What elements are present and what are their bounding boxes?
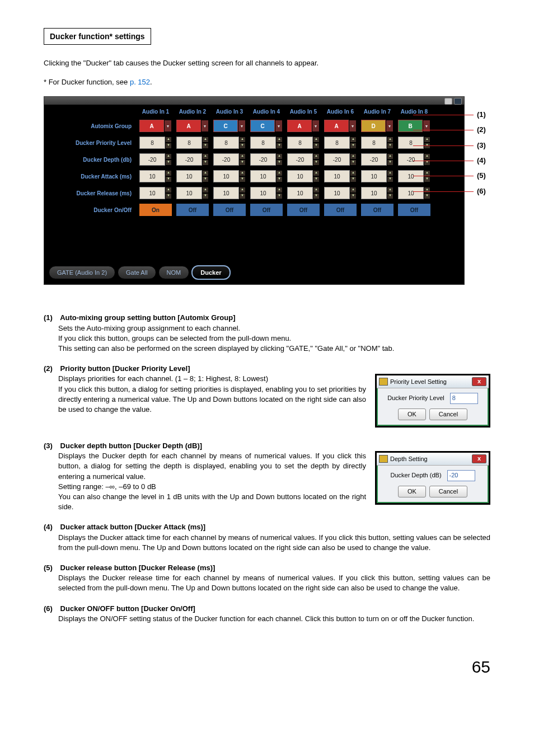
depth-button[interactable]: -20▲▼ (397, 152, 432, 167)
attack-button[interactable]: 10▲▼ (175, 169, 210, 184)
attack-value[interactable]: 10 (324, 170, 350, 182)
attack-value[interactable]: 10 (361, 170, 387, 182)
priority-value[interactable]: 8 (324, 137, 350, 149)
spinner-up-icon[interactable]: ▲ (387, 170, 394, 176)
spinner-up-icon[interactable]: ▲ (276, 187, 283, 193)
automix-group-dropdown[interactable]: B▼ (397, 119, 432, 133)
spinner-up-icon[interactable]: ▲ (313, 153, 320, 159)
priority-button[interactable]: 8▲▼ (360, 135, 395, 150)
spinner-down-icon[interactable]: ▼ (165, 176, 172, 182)
spinner-up-icon[interactable]: ▲ (239, 170, 246, 176)
depth-value[interactable]: -20 (398, 153, 424, 166)
spinner-up-icon[interactable]: ▲ (350, 187, 357, 193)
spinner-up-icon[interactable]: ▲ (202, 153, 209, 159)
attack-button[interactable]: 10▲▼ (286, 169, 321, 184)
spinner-down-icon[interactable]: ▼ (313, 159, 320, 166)
attack-button[interactable]: 10▲▼ (397, 169, 432, 184)
automix-group-value[interactable]: A (287, 120, 312, 132)
priority-button[interactable]: 8▲▼ (397, 135, 432, 150)
ok-button[interactable]: OK (398, 408, 426, 420)
release-button[interactable]: 10▲▼ (323, 186, 358, 200)
spinner-up-icon[interactable]: ▲ (387, 153, 394, 159)
spinner-down-icon[interactable]: ▼ (424, 193, 430, 199)
depth-value[interactable]: -20 (176, 153, 202, 166)
spinner-down-icon[interactable]: ▼ (202, 143, 209, 149)
ducker-onoff-button[interactable]: Off (360, 203, 395, 217)
release-button[interactable]: 10▲▼ (249, 186, 284, 200)
attack-value[interactable]: 10 (176, 170, 202, 182)
depth-button[interactable]: -20▲▼ (138, 152, 173, 167)
spinner-down-icon[interactable]: ▼ (424, 159, 430, 166)
release-value[interactable]: 10 (398, 187, 424, 199)
automix-group-dropdown[interactable]: C▼ (249, 119, 284, 133)
priority-button[interactable]: 8▲▼ (175, 135, 210, 150)
chevron-down-icon[interactable]: ▼ (423, 120, 430, 132)
automix-group-dropdown[interactable]: A▼ (286, 119, 321, 133)
automix-group-value[interactable]: A (139, 120, 164, 132)
attack-value[interactable]: 10 (250, 170, 276, 182)
tab-gate-audio-in-2-[interactable]: GATE (Audio In 2) (49, 266, 115, 279)
attack-button[interactable]: 10▲▼ (249, 169, 284, 184)
close-icon[interactable]: x (472, 454, 486, 463)
depth-value[interactable]: -20 (361, 153, 387, 166)
spinner-up-icon[interactable]: ▲ (424, 170, 430, 176)
priority-value[interactable]: 8 (398, 137, 424, 149)
attack-button[interactable]: 10▲▼ (360, 169, 395, 184)
priority-value[interactable]: 8 (213, 137, 239, 149)
attack-value[interactable]: 10 (213, 170, 239, 182)
priority-value[interactable]: 8 (287, 137, 313, 149)
window-button-2[interactable] (454, 98, 462, 105)
priority-button[interactable]: 8▲▼ (212, 135, 247, 150)
spinner-down-icon[interactable]: ▼ (165, 193, 172, 199)
tab-gate-all[interactable]: Gate All (118, 266, 156, 279)
spinner-down-icon[interactable]: ▼ (387, 159, 394, 166)
spinner-down-icon[interactable]: ▼ (239, 159, 246, 166)
chevron-down-icon[interactable]: ▼ (201, 120, 209, 132)
automix-group-value[interactable]: B (398, 120, 423, 132)
spinner-down-icon[interactable]: ▼ (202, 176, 209, 182)
spinner-up-icon[interactable]: ▲ (387, 137, 394, 143)
automix-group-dropdown[interactable]: A▼ (175, 119, 210, 133)
ducker-onoff-button[interactable]: Off (249, 203, 284, 217)
spinner-up-icon[interactable]: ▲ (202, 137, 209, 143)
spinner-up-icon[interactable]: ▲ (350, 137, 357, 143)
depth-button[interactable]: -20▲▼ (249, 152, 284, 167)
attack-value[interactable]: 10 (287, 170, 313, 182)
spinner-down-icon[interactable]: ▼ (239, 193, 246, 199)
spinner-up-icon[interactable]: ▲ (313, 170, 320, 176)
spinner-down-icon[interactable]: ▼ (276, 159, 283, 166)
chevron-down-icon[interactable]: ▼ (386, 120, 394, 132)
attack-value[interactable]: 10 (398, 170, 424, 182)
chevron-down-icon[interactable]: ▼ (275, 120, 283, 132)
priority-value[interactable]: 8 (139, 137, 165, 149)
attack-button[interactable]: 10▲▼ (212, 169, 247, 184)
spinner-down-icon[interactable]: ▼ (387, 143, 394, 149)
dialog-input[interactable]: 8 (450, 393, 478, 403)
automix-group-dropdown[interactable]: A▼ (323, 119, 358, 133)
spinner-up-icon[interactable]: ▲ (313, 187, 320, 193)
tab-ducker[interactable]: Ducker (191, 265, 230, 280)
priority-button[interactable]: 8▲▼ (138, 135, 173, 150)
priority-button[interactable]: 8▲▼ (323, 135, 358, 150)
chevron-down-icon[interactable]: ▼ (312, 120, 320, 132)
spinner-up-icon[interactable]: ▲ (239, 153, 246, 159)
spinner-up-icon[interactable]: ▲ (424, 137, 430, 143)
depth-button[interactable]: -20▲▼ (323, 152, 358, 167)
release-button[interactable]: 10▲▼ (212, 186, 247, 200)
ok-button[interactable]: OK (398, 486, 426, 497)
automix-group-value[interactable]: A (176, 120, 201, 132)
cancel-button[interactable]: Cancel (429, 486, 467, 497)
ducker-onoff-button[interactable]: On (138, 203, 173, 217)
automix-group-dropdown[interactable]: C▼ (212, 119, 247, 133)
spinner-up-icon[interactable]: ▲ (424, 187, 430, 193)
release-button[interactable]: 10▲▼ (397, 186, 432, 200)
spinner-up-icon[interactable]: ▲ (239, 137, 246, 143)
spinner-down-icon[interactable]: ▼ (387, 193, 394, 199)
attack-value[interactable]: 10 (139, 170, 165, 182)
automix-group-value[interactable]: C (213, 120, 238, 132)
release-value[interactable]: 10 (287, 187, 313, 199)
spinner-up-icon[interactable]: ▲ (350, 170, 357, 176)
spinner-up-icon[interactable]: ▲ (276, 170, 283, 176)
cancel-button[interactable]: Cancel (429, 408, 467, 420)
ducker-onoff-button[interactable]: Off (175, 203, 210, 217)
